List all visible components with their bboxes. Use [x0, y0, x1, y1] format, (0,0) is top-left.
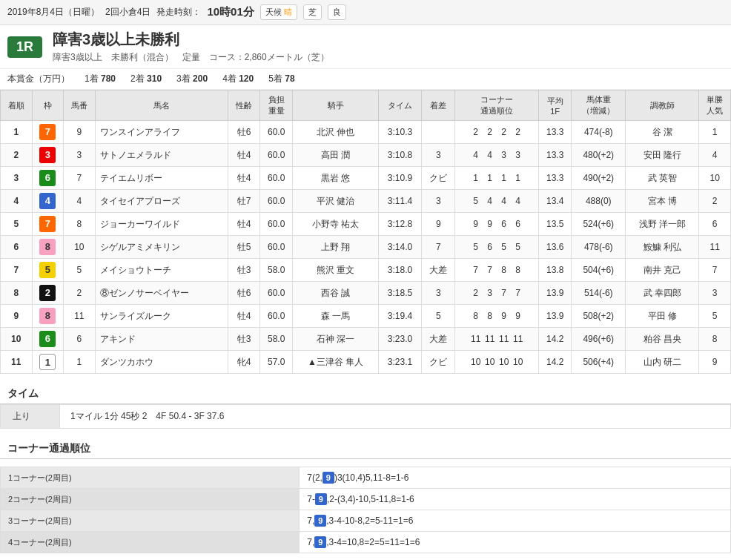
horse-weight-cell: 490(+2): [572, 167, 626, 190]
margin-cell: クビ: [422, 351, 455, 374]
corners-cell: 5655: [455, 236, 539, 259]
horse-name-cell: アキンド: [95, 328, 228, 351]
jockey-cell: 森 一馬: [293, 305, 379, 328]
corner-label: 1コーナー(2周目): [1, 467, 300, 489]
corner-cell: 5: [498, 242, 510, 252]
avg1f-cell: 13.3: [538, 121, 571, 144]
jockey-cell: 高田 潤: [293, 144, 379, 167]
avg1f-cell: 13.3: [538, 144, 571, 167]
sex-age-cell: 牡6: [228, 121, 260, 144]
avg1f-cell: 13.4: [538, 190, 571, 213]
corner-cell: 3: [498, 150, 510, 160]
burden-weight-cell: 57.0: [259, 351, 292, 374]
corner-cell: 9: [470, 219, 482, 229]
sex-age-cell: 牡4: [228, 167, 260, 190]
time-cell: 3:10.8: [378, 144, 421, 167]
rank-cell: 10: [1, 328, 33, 351]
trainer-cell: 南井 克己: [626, 259, 699, 282]
horse-weight-cell: 474(-8): [572, 121, 626, 144]
num-cell: 4: [64, 190, 96, 213]
trainer-cell: 安田 隆行: [626, 144, 699, 167]
avg1f-cell: 14.2: [538, 351, 571, 374]
corner-cell: 10: [498, 357, 510, 367]
time-cell: 3:14.0: [378, 236, 421, 259]
prize-3: 3着 200: [176, 73, 208, 85]
corners-cell: 2377: [455, 282, 539, 305]
corner-cell: 8: [484, 311, 496, 321]
rank-cell: 4: [1, 190, 33, 213]
table-row: 8 2 2 ⑧ゼンノサーベイヤー 牡6 60.0 西谷 誠 3:18.5 3 2…: [1, 282, 731, 305]
corner-cell: 3: [512, 150, 524, 160]
horse-weight-cell: 508(+2): [572, 305, 626, 328]
track-badge: 芝: [303, 4, 322, 20]
corners-cell: 4433: [455, 144, 539, 167]
corner-cell: 10: [470, 357, 482, 367]
burden-weight-cell: 58.0: [259, 328, 292, 351]
corner-value: 7,9,3-4-10-8,2=5-11=1=6: [300, 510, 731, 532]
horse-name-cell: タイセイアプローズ: [95, 190, 228, 213]
sex-age-cell: 牡3: [228, 259, 260, 282]
frame-badge: 1: [39, 354, 56, 370]
table-row: 2 3 3 サトノエメラルド 牡4 60.0 高田 潤 3:10.8 3 443…: [1, 144, 731, 167]
popularity-cell: 9: [699, 351, 731, 374]
frame-cell: 7: [32, 121, 64, 144]
corner-section-title: コーナー通過順位: [0, 436, 731, 459]
corner-cell: 2: [470, 127, 482, 137]
horse-name-cell: ダンツカホウ: [95, 351, 228, 374]
jockey-cell: 平沢 健治: [293, 190, 379, 213]
corner-cell: 2: [512, 127, 524, 137]
corner-cell: 5: [470, 242, 482, 252]
corner-cell: 7: [498, 288, 510, 298]
horse-weight-cell: 496(+6): [572, 328, 626, 351]
time-cell: 3:11.4: [378, 190, 421, 213]
time-section-title: タイム: [0, 381, 731, 404]
col-rank: 着順: [1, 90, 33, 121]
race-title: 障害3歳以上未勝利: [53, 30, 329, 50]
col-time: タイム: [378, 90, 421, 121]
horse-name-cell: シゲルアミメキリン: [95, 236, 228, 259]
burden-weight-cell: 60.0: [259, 213, 292, 236]
time-cell: 3:10.9: [378, 167, 421, 190]
trainer-cell: 山内 研二: [626, 351, 699, 374]
trainer-cell: 粕谷 昌央: [626, 328, 699, 351]
rank-cell: 11: [1, 351, 33, 374]
weather-label: 天候: [265, 7, 282, 16]
frame-cell: 8: [32, 236, 64, 259]
popularity-cell: 1: [699, 121, 731, 144]
frame-badge: 4: [39, 193, 56, 209]
num-cell: 2: [64, 282, 96, 305]
margin-cell: 3: [422, 190, 455, 213]
rank-cell: 6: [1, 236, 33, 259]
num-cell: 6: [64, 328, 96, 351]
corner-cell: 1: [512, 173, 524, 183]
table-row: 6 8 10 シゲルアミメキリン 牡5 60.0 上野 翔 3:14.0 7 5…: [1, 236, 731, 259]
results-table: 着順 枠 馬番 馬名 性齢 負担重量 騎手 タイム 着差 コーナー通過順位 平均…: [0, 90, 731, 374]
jockey-cell: 西谷 誠: [293, 282, 379, 305]
start-time: 10時01分: [207, 5, 254, 19]
rank-cell: 3: [1, 167, 33, 190]
num-cell: 5: [64, 259, 96, 282]
table-row: 4 4 4 タイセイアプローズ 牡7 60.0 平沢 健治 3:11.4 3 5…: [1, 190, 731, 213]
horse-name-cell: ジョーカーワイルド: [95, 213, 228, 236]
time-cell: 3:23.0: [378, 328, 421, 351]
corner-row: 4コーナー(2周目) 7,9,3-4=10,8=2=5=11=1=6: [1, 532, 731, 553]
rank-cell: 9: [1, 305, 33, 328]
corners-cell: 1111: [455, 167, 539, 190]
corners-cell: 7788: [455, 259, 539, 282]
trainer-cell: 谷 潔: [626, 121, 699, 144]
burden-weight-cell: 60.0: [259, 282, 292, 305]
corners-cell: 10101010: [455, 351, 539, 374]
corner-cell: 7: [484, 265, 496, 275]
num-cell: 11: [64, 305, 96, 328]
race-date: 2019年8月4日（日曜）: [7, 6, 99, 19]
popularity-cell: 10: [699, 167, 731, 190]
corner-cell: 1: [498, 173, 510, 183]
horse-name-cell: サンライズルーク: [95, 305, 228, 328]
corners-cell: 5444: [455, 190, 539, 213]
frame-cell: 8: [32, 305, 64, 328]
frame-cell: 4: [32, 190, 64, 213]
corner-row: 2コーナー(2周目) 7-9,2-(3,4)-10,5-11,8=1-6: [1, 489, 731, 510]
corner-value: 7(2,9)3(10,4)5,11-8=1-6: [300, 467, 731, 489]
prize-row: 本賞金（万円） 1着 780 2着 310 3着 200 4着 120 5着 7…: [0, 69, 731, 90]
rank-cell: 1: [1, 121, 33, 144]
